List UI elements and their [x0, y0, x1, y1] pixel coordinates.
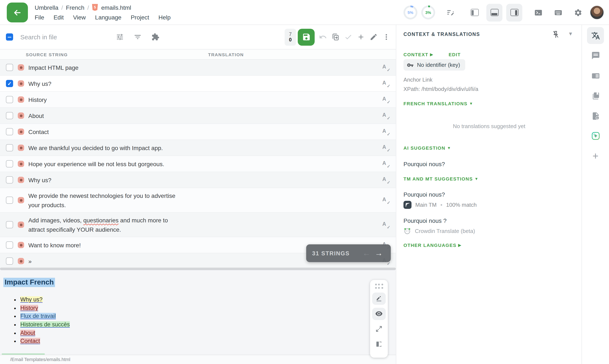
back-button[interactable] [7, 2, 28, 22]
toggle-bottom-panel-button[interactable] [486, 4, 503, 21]
string-row[interactable]: We are thankful you decided to go with I… [0, 140, 396, 156]
add-string-button[interactable] [354, 31, 367, 43]
shortcuts-button[interactable] [550, 4, 566, 21]
row-checkbox[interactable] [6, 144, 13, 151]
section-tm-mt-suggestions[interactable]: TM AND MT SUGGESTIONS▼ [403, 176, 479, 181]
rail-dictionary-button[interactable] [587, 87, 604, 104]
approve-button[interactable] [342, 31, 354, 43]
select-all-checkbox[interactable] [6, 33, 13, 40]
edit-list-button[interactable] [442, 4, 458, 21]
preview-resize-handle[interactable] [0, 268, 396, 270]
highlight-translations-button[interactable] [372, 292, 386, 305]
menu-item-help[interactable]: Help [158, 14, 171, 21]
row-checkbox[interactable]: ✓ [6, 80, 13, 87]
toggle-left-panel-button[interactable] [466, 4, 483, 21]
row-checkbox[interactable] [6, 160, 13, 168]
avatar[interactable] [590, 5, 604, 19]
translate-string-icon[interactable]: A✓ [382, 160, 390, 168]
drag-handle-icon[interactable] [375, 284, 383, 288]
rail-ai-button[interactable] [587, 128, 604, 144]
preview-visibility-button[interactable] [372, 308, 386, 320]
plugins-button[interactable] [149, 31, 161, 43]
preview-link[interactable]: Flux de travail [20, 313, 56, 319]
translate-string-icon[interactable]: A✓ [382, 96, 390, 103]
translate-string-icon[interactable]: A✓ [382, 176, 390, 184]
row-checkbox[interactable] [6, 176, 13, 183]
row-checkbox[interactable] [6, 112, 13, 119]
translate-string-icon[interactable]: A✓ [382, 221, 390, 229]
preview-link[interactable]: Histoires de succès [20, 321, 70, 328]
translate-string-icon[interactable]: A✓ [382, 128, 390, 135]
collapse-panel-chevron[interactable]: ▼ [568, 31, 573, 37]
row-checkbox[interactable] [6, 64, 13, 71]
toggle-right-panel-button[interactable] [506, 4, 522, 21]
menu-item-language[interactable]: Language [95, 14, 122, 21]
breadcrumb-language[interactable]: French [66, 4, 84, 11]
expand-preview-button[interactable] [372, 323, 386, 335]
rail-comments-button[interactable] [587, 47, 604, 64]
row-checkbox[interactable] [6, 128, 13, 135]
row-checkbox[interactable] [6, 96, 13, 103]
tab-edit[interactable]: EDIT [449, 52, 461, 57]
preview-link[interactable]: About [20, 330, 35, 336]
split-view-button[interactable] [372, 338, 386, 351]
edit-string-button[interactable] [367, 31, 380, 43]
preview-link[interactable]: Why us? [20, 296, 42, 303]
string-row[interactable]: We provide the newest technologies for y… [0, 188, 396, 213]
section-ai-suggestion[interactable]: AI SUGGESTION▼ [403, 145, 451, 151]
menu-item-project[interactable]: Project [131, 14, 149, 21]
translate-string-icon[interactable]: A✓ [382, 144, 390, 152]
search-input[interactable] [20, 33, 101, 40]
string-row[interactable]: Add images, videos, questionaries and mu… [0, 213, 396, 237]
string-row[interactable]: ContactA✓ [0, 124, 396, 140]
row-checkbox[interactable] [6, 196, 13, 204]
ai-suggestion-text[interactable]: Pourquoi nous? [403, 161, 445, 168]
preview-link[interactable]: Contact [20, 338, 40, 344]
approval-progress-ring[interactable]: 3% [421, 5, 435, 19]
section-french-translations[interactable]: FRENCH TRANSLATIONS▼ [403, 101, 473, 106]
identifier-key-chip[interactable]: No identifier (key) [403, 59, 465, 71]
tm-suggestion-text[interactable]: Pourquoi nous? [403, 191, 445, 198]
translate-string-icon[interactable]: A✓ [382, 112, 390, 119]
translation-progress-ring[interactable]: 5% [403, 5, 417, 19]
filter-button[interactable] [131, 31, 144, 43]
menu-item-file[interactable]: File [35, 14, 44, 21]
more-options-button[interactable] [380, 31, 393, 43]
string-row[interactable]: Impact HTML pageA✓ [0, 60, 396, 76]
rail-file-info-button[interactable]: i [587, 107, 604, 124]
advanced-filter-button[interactable] [113, 31, 126, 43]
row-checkbox[interactable] [6, 258, 13, 265]
row-checkbox[interactable] [6, 241, 13, 248]
string-row[interactable]: Hope your experience will be not less bu… [0, 156, 396, 172]
rail-translations-button[interactable] [587, 27, 604, 44]
preview-link[interactable]: History [20, 305, 38, 311]
rail-terms-button[interactable] [587, 67, 604, 84]
row-checkbox[interactable] [6, 221, 13, 228]
table-header: SOURCE STRING TRANSLATION [0, 50, 396, 60]
section-other-languages[interactable]: OTHER LANGUAGES▶ [403, 243, 461, 248]
tab-context[interactable]: CONTEXT▶ [403, 52, 433, 57]
breadcrumb-project[interactable]: Umbrella [35, 4, 58, 11]
menu-item-view[interactable]: View [73, 14, 86, 21]
panel-tabs: CONTEXT▶ EDIT [403, 52, 461, 57]
undo-button[interactable] [316, 31, 329, 43]
settings-button[interactable] [570, 4, 586, 21]
mt-suggestion-text[interactable]: Pourquoi nous ? [403, 217, 447, 224]
save-button[interactable] [298, 28, 315, 45]
next-page-arrow[interactable]: → [373, 248, 385, 258]
menu-item-edit[interactable]: Edit [53, 14, 64, 21]
previous-page-arrow[interactable]: ← [360, 248, 373, 258]
string-row[interactable]: HistoryA✓ [0, 92, 396, 108]
translate-string-icon[interactable]: A✓ [382, 196, 390, 204]
string-row[interactable]: Why us?A✓ [0, 172, 396, 188]
rail-add-panel-button[interactable]: + [587, 148, 604, 164]
string-row[interactable]: AboutA✓ [0, 108, 396, 124]
translate-string-icon[interactable]: A✓ [382, 64, 390, 71]
top-header: Umbrella / French / 5 emails.html FileEd… [0, 0, 609, 25]
copy-source-button[interactable] [329, 31, 342, 43]
pin-panel-button[interactable] [551, 30, 560, 39]
string-row[interactable]: ✓Why us?A✓ [0, 76, 396, 92]
breadcrumb-file[interactable]: emails.html [101, 4, 131, 11]
translate-string-icon[interactable]: A✓ [382, 80, 390, 87]
console-button[interactable] [530, 4, 546, 21]
